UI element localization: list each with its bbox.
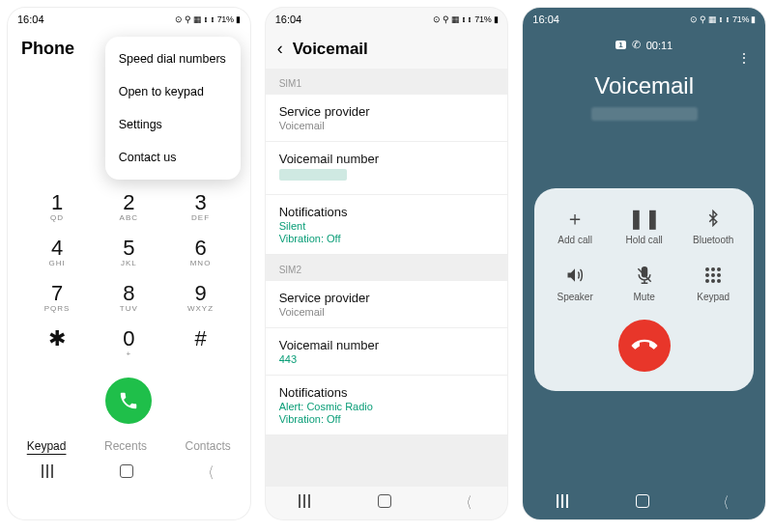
dialkey-1[interactable]: 1QD [28,190,86,222]
key-digit: 0 [100,326,157,351]
section-sim2: SIM2 [266,255,508,281]
dialkey-9[interactable]: 9WXYZ [172,281,230,313]
nav-home-icon[interactable] [636,494,649,512]
status-bar: 16:04 ⊙ ⚲ ▦ ⫾ ⫾ 71% ▮ [266,8,508,29]
caller-name: Voicemail [523,72,765,99]
caller-number-redacted [591,107,698,121]
btn-label: Speaker [541,292,609,302]
key-digit: 8 [100,281,157,306]
key-letters: + [100,350,157,358]
key-digit: 1 [28,190,86,215]
nav-back-icon[interactable]: 〈 [461,493,472,514]
tab-recents[interactable]: Recents [104,439,147,453]
status-bar: 16:04 ⊙ ⚲ ▦ ⫾ ⫾ 71% ▮ [8,8,250,29]
status-bar: 16:04 ⊙ ⚲ ▦ ⫾ ⫾ 71% ▮ [523,8,765,29]
pause-icon: ❚❚ [611,206,678,231]
row-notifications-1[interactable]: Notifications Silent Vibration: Off [266,195,508,255]
phone-app-dialer: 16:04 ⊙ ⚲ ▦ ⫾ ⫾ 71% ▮ Phone Speed dial n… [8,8,250,519]
bottom-tabs: Keypad Recents Contacts [8,434,250,457]
screen-title: Voicemail [293,40,368,59]
dialkey-#[interactable]: # [172,326,230,358]
nav-back-icon[interactable]: 〈 [719,493,730,514]
key-digit: 7 [28,281,86,306]
dialkey-✱[interactable]: ✱ [28,326,86,358]
row-title: Service provider [279,104,495,119]
menu-settings[interactable]: Settings [105,108,241,141]
dialpad: 1QD2ABC3DEF4GHI5JKL6MNO7PQRS8TUV9WXYZ✱0+… [8,190,250,372]
key-letters: GHI [28,259,86,267]
row-title: Service provider [279,291,495,305]
voicemail-settings-screen: 16:04 ⊙ ⚲ ▦ ⫾ ⫾ 71% ▮ ‹ Voicemail SIM1 S… [266,8,508,519]
key-letters: QD [28,213,86,222]
dialkey-4[interactable]: 4GHI [28,236,86,267]
dialkey-6[interactable]: 6MNO [172,236,230,267]
nav-back-icon[interactable]: 〈 [203,463,214,484]
key-letters: DEF [172,213,230,222]
overflow-menu: Speed dial numbers Open to keypad Settin… [105,37,241,180]
key-digit: 5 [100,236,157,261]
menu-open-keypad[interactable]: Open to keypad [105,75,241,108]
status-right: ⊙ ⚲ ▦ ⫾ ⫾ 71% ▮ [433,14,499,24]
key-letters: WXYZ [172,304,230,313]
status-right: ⊙ ⚲ ▦ ⫾ ⫾ 71% ▮ [690,14,756,24]
row-voicemail-number-2[interactable]: Voicemail number 443 [266,328,508,376]
tab-keypad[interactable]: Keypad [27,439,67,453]
key-letters: PQRS [28,304,86,313]
nav-home-icon[interactable] [120,464,133,482]
row-value: 443 [279,353,495,365]
key-digit: 4 [28,236,86,261]
end-call-button[interactable] [618,320,671,372]
dialkey-5[interactable]: 5JKL [100,236,157,267]
key-digit: # [172,326,230,351]
dialkey-7[interactable]: 7PQRS [28,281,86,313]
row-title: Voicemail number [279,152,495,166]
bluetooth-button[interactable]: Bluetooth [679,206,747,245]
row-subtitle: Voicemail [279,306,495,318]
mute-icon [611,263,678,288]
overflow-menu-icon[interactable]: ⋮ [737,50,752,66]
keypad-icon [679,263,747,288]
keypad-button[interactable]: Keypad [679,263,747,302]
btn-label: Mute [611,292,678,302]
speaker-button[interactable]: Speaker [541,263,609,302]
plus-icon: ＋ [541,206,609,231]
dialkey-3[interactable]: 3DEF [172,190,230,222]
nav-home-icon[interactable] [378,494,391,512]
nav-recents-icon[interactable] [557,494,568,512]
nav-recents-icon[interactable] [299,494,310,512]
hangup-icon [626,328,662,364]
status-time: 16:04 [17,14,44,25]
phone-icon [118,390,139,411]
hold-call-button[interactable]: ❚❚ Hold call [611,206,678,245]
redacted-number [279,169,347,181]
dialkey-2[interactable]: 2ABC [100,190,157,222]
row-voicemail-number-1[interactable]: Voicemail number [266,142,508,195]
mute-button[interactable]: Mute [611,263,678,302]
key-digit: 9 [172,281,230,306]
dialkey-8[interactable]: 8TUV [100,281,157,313]
in-call-screen: 16:04 ⊙ ⚲ ▦ ⫾ ⫾ 71% ▮ 1 ✆ 00:11 ⋮ Voicem… [523,8,765,519]
call-button[interactable] [105,378,152,424]
status-time: 16:04 [275,14,302,25]
key-digit: 2 [100,190,157,215]
menu-speed-dial[interactable]: Speed dial numbers [105,42,241,75]
row-title: Notifications [279,385,495,400]
back-button[interactable]: ‹ [277,39,283,59]
tab-contacts[interactable]: Contacts [186,439,231,453]
nav-recents-icon[interactable] [42,464,53,482]
btn-label: Keypad [679,292,747,302]
key-digit: ✱ [28,326,86,351]
btn-label: Add call [541,235,609,245]
status-right: ⊙ ⚲ ▦ ⫾ ⫾ 71% ▮ [175,14,241,24]
row-service-provider-1[interactable]: Service provider Voicemail [266,95,508,142]
row-service-provider-2[interactable]: Service provider Voicemail [266,281,508,328]
row-alert: Alert: Cosmic Radio [279,401,495,412]
key-letters: JKL [100,259,157,267]
row-notifications-2[interactable]: Notifications Alert: Cosmic Radio Vibrat… [266,376,508,435]
add-call-button[interactable]: ＋ Add call [541,206,609,245]
menu-contact-us[interactable]: Contact us [105,141,241,174]
call-controls-panel: ＋ Add call ❚❚ Hold call Bluetooth Speake… [534,188,754,391]
btn-label: Bluetooth [679,235,747,245]
speaker-icon [541,263,609,288]
dialkey-0[interactable]: 0+ [100,326,157,358]
